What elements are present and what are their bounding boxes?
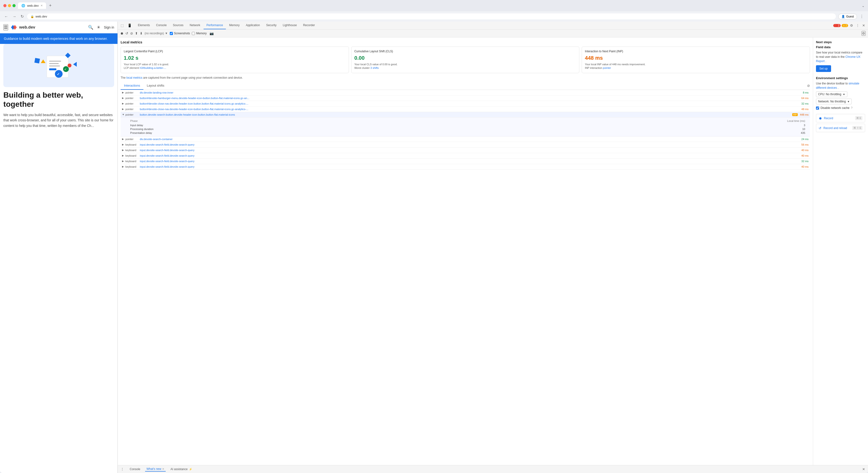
theme-toggle-icon[interactable]: ☀	[97, 25, 100, 30]
reload-record-button[interactable]: ↺	[125, 31, 128, 35]
interaction-time-0: 8 ms	[798, 91, 809, 94]
memory-checkbox[interactable]	[192, 32, 195, 35]
record-reload-button[interactable]: ↺ Record and reload ⌘ ⇧ E	[816, 124, 865, 132]
sign-in-link[interactable]: Sign in	[104, 25, 114, 29]
interaction-time-4: 448 ms	[798, 113, 809, 116]
interaction-time-8: 40 ms	[798, 154, 809, 157]
devtools-close-button[interactable]: ✕	[861, 23, 866, 28]
devtools-more-button[interactable]: ⋮	[855, 23, 860, 28]
cpu-throttling-dropdown[interactable]: CPU: No throttling ▼	[816, 91, 847, 97]
tab-elements[interactable]: Elements	[135, 22, 153, 29]
performance-settings-button[interactable]: ⚙	[862, 31, 866, 36]
local-metrics-link[interactable]: local metrics	[126, 76, 143, 79]
tab-security[interactable]: Security	[263, 22, 279, 29]
network-throttling-dropdown[interactable]: Network: No throttling ▼	[816, 98, 852, 104]
forward-button[interactable]: →	[11, 13, 17, 20]
network-dropdown-arrow-icon: ▼	[847, 100, 849, 103]
inspect-element-button[interactable]: ⬚	[120, 23, 125, 28]
tab-ai-assistance[interactable]: AI assistance ⚡	[169, 467, 194, 471]
devtools-icon-buttons: ⬚ 📱	[120, 23, 133, 28]
record-button[interactable]: ⏺	[120, 31, 123, 35]
interaction-row-0[interactable]: ▶ pointer div.devsite-landing-row-inner …	[121, 90, 810, 95]
new-tab-button[interactable]: +	[49, 3, 52, 8]
browser-tab[interactable]: 🌐 web.dev ✕	[18, 2, 46, 9]
set-up-button[interactable]: Set up	[816, 65, 831, 72]
svg-rect-4	[49, 63, 59, 64]
guest-icon: 👤	[841, 15, 845, 18]
guest-button[interactable]: 👤 Guest	[838, 14, 857, 20]
phase-presentation-value: 435	[801, 131, 805, 134]
maximize-button[interactable]	[12, 4, 16, 7]
refresh-button[interactable]: ↻	[20, 13, 25, 20]
hero-illustration: ✓ ✓	[3, 44, 114, 87]
tab-performance[interactable]: Performance	[204, 22, 226, 29]
search-icon[interactable]: 🔍	[88, 25, 93, 30]
disable-cache-help-icon[interactable]: ?	[851, 106, 852, 110]
hero-banner-text: Guidance to build modern web experiences…	[4, 37, 108, 40]
cpu-throttling-label: CPU: No throttling	[818, 93, 841, 96]
hero-banner: Guidance to build modern web experiences…	[0, 33, 118, 44]
hero-image: ✓ ✓	[3, 44, 114, 87]
recording-select[interactable]: (no recordings) ▼	[145, 32, 168, 35]
download-button[interactable]: ⬇	[140, 31, 143, 35]
whats-new-close-button[interactable]: ✕	[162, 468, 164, 471]
back-button[interactable]: ←	[3, 13, 9, 20]
bottom-bar-close-button[interactable]: ✕	[862, 467, 865, 471]
bottom-bar-more-icon[interactable]: ⋮	[121, 467, 124, 471]
interaction-type-4: pointer	[125, 113, 140, 116]
tab-lighthouse[interactable]: Lighthouse	[280, 22, 300, 29]
svg-text:✓: ✓	[57, 72, 60, 76]
tab-recorder[interactable]: Recorder	[300, 22, 318, 29]
record-button-sidebar[interactable]: ⏺ Record ⌘ E	[816, 114, 865, 122]
tab-console-bottom[interactable]: Console	[128, 467, 142, 471]
minimize-button[interactable]	[8, 4, 11, 7]
settings-button[interactable]: ⚙	[849, 23, 854, 28]
device-toolbar-button[interactable]: 📱	[127, 23, 133, 28]
tab-console[interactable]: Console	[153, 22, 169, 29]
interaction-row-8[interactable]: ▶ keyboard input.devsite-search-field.de…	[121, 153, 810, 158]
address-bar[interactable]: 🔒 web.dev	[27, 13, 836, 20]
memory-checkbox-container: Memory	[192, 32, 207, 35]
inp-title: Interaction to Next Paint (INP)	[585, 50, 807, 53]
error-badge: 🚫 2	[833, 24, 840, 27]
tab-network[interactable]: Network	[187, 22, 203, 29]
close-button[interactable]	[3, 4, 6, 7]
inp-interaction-link[interactable]: pointer	[603, 66, 611, 69]
phase-breakdown: Phase Local time (ms) Input delay 3 Proc…	[121, 118, 810, 137]
interaction-row-10[interactable]: ▶ keyboard input.devsite-search-field.de…	[121, 164, 810, 170]
interaction-row-5[interactable]: ▶ pointer div.devsite-search-container 2…	[121, 137, 810, 142]
cls-card: Cumulative Layout Shift (CLS) 0.00 Your …	[351, 47, 580, 73]
upload-button[interactable]: ⬆	[135, 31, 138, 35]
interaction-row-7[interactable]: ▶ keyboard input.devsite-search-field.de…	[121, 148, 810, 153]
local-metrics-title: Local metrics	[121, 40, 810, 44]
block-requests-icon[interactable]: ⊘	[807, 84, 810, 88]
interaction-row-4[interactable]: ▼ pointer button.devsite-search-button.d…	[121, 112, 810, 118]
stop-button[interactable]: ⊘	[130, 31, 133, 35]
tab-interactions[interactable]: Interactions	[121, 82, 144, 90]
tab-bar: 🌐 web.dev ✕ +	[18, 2, 859, 9]
screenshots-checkbox[interactable]	[170, 32, 173, 35]
tab-memory[interactable]: Memory	[226, 22, 242, 29]
interaction-row-9[interactable]: ▶ keyboard input.devsite-search-field.de…	[121, 158, 810, 164]
devtools-actions: 🚫 2 ⚠ 2 ⚙ ⋮ ✕	[833, 23, 866, 28]
record-keyboard-shortcut: ⌘ E	[855, 116, 863, 120]
webpage-header: ☰ web.dev 🔍 ☀ Sign in	[0, 22, 118, 33]
interaction-row-1[interactable]: ▶ pointer button#devsite-hamburger-menu.…	[121, 95, 810, 101]
interaction-row-3[interactable]: ▶ pointer button#devsite-close-nav.devsi…	[121, 107, 810, 112]
disable-cache-container: Disable network cache ?	[816, 106, 865, 110]
tab-layout-shifts[interactable]: Layout shifts	[144, 82, 167, 90]
interaction-row-6[interactable]: ▶ keyboard input.devsite-search-field.de…	[121, 142, 810, 148]
tab-close-button[interactable]: ✕	[40, 4, 43, 7]
cls-shifts-link[interactable]: 3 shifts	[370, 66, 379, 69]
devtools-main: Local metrics Largest Contentful Paint (…	[118, 37, 813, 465]
disable-cache-checkbox[interactable]	[816, 107, 819, 110]
tab-sources[interactable]: Sources	[170, 22, 186, 29]
phase-processing-value: 10	[802, 127, 805, 130]
tab-application[interactable]: Application	[243, 22, 263, 29]
tab-whats-new[interactable]: What's new ✕	[145, 467, 166, 472]
hamburger-menu-button[interactable]: ☰	[3, 24, 8, 30]
lcp-element-link[interactable]: h3#building-a-better-...	[140, 66, 166, 69]
browser-menu-button[interactable]: ⋮	[859, 13, 865, 20]
nav-actions: 👤 Guest ⋮	[838, 13, 865, 20]
interaction-row-2[interactable]: ▶ pointer button#devsite-close-nav.devsi…	[121, 101, 810, 107]
